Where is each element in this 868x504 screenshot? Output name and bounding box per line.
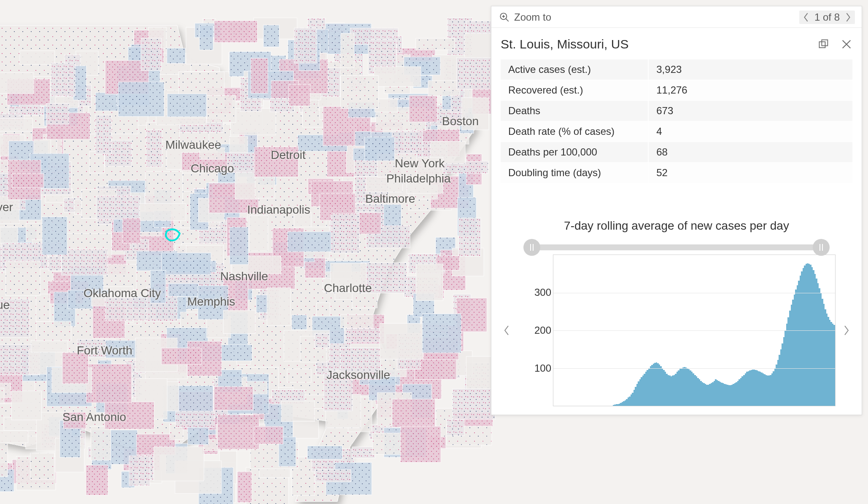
- pager-prev[interactable]: [803, 12, 809, 22]
- popup-title-row: St. Louis, Missouri, US: [491, 28, 862, 59]
- chart-prev[interactable]: [501, 324, 512, 336]
- stats-value: 11,276: [648, 80, 852, 101]
- popup-header: Zoom to 1 of 8: [491, 6, 862, 28]
- stats-label: Deaths: [501, 101, 648, 121]
- svg-rect-37: [89, 152, 105, 173]
- svg-rect-468: [0, 388, 4, 404]
- svg-rect-501: [365, 137, 395, 161]
- svg-rect-516: [819, 42, 825, 48]
- svg-rect-450: [374, 67, 421, 86]
- feature-pager: 1 of 8: [799, 11, 855, 24]
- stats-label: Doubling time (days): [501, 163, 648, 183]
- svg-rect-348: [352, 447, 375, 458]
- svg-rect-462: [428, 80, 460, 96]
- svg-rect-400: [453, 389, 495, 419]
- feature-popup: Zoom to 1 of 8 St. Louis, Missouri, US A…: [491, 6, 862, 415]
- svg-rect-504: [175, 411, 214, 427]
- dock-icon[interactable]: [818, 38, 830, 50]
- svg-rect-429: [341, 348, 381, 380]
- svg-rect-220: [341, 33, 354, 68]
- svg-rect-321: [91, 426, 111, 460]
- svg-rect-499: [359, 213, 381, 234]
- stats-row: Doubling time (days)52: [501, 163, 852, 183]
- svg-rect-398: [140, 204, 186, 221]
- stats-value: 3,923: [648, 59, 852, 80]
- svg-rect-479: [150, 270, 166, 303]
- stats-table: Active cases (est.)3,923Recovered (est.)…: [501, 59, 852, 183]
- svg-rect-324: [0, 299, 30, 338]
- svg-rect-466: [380, 323, 423, 359]
- svg-rect-359: [466, 21, 495, 34]
- svg-rect-490: [51, 63, 75, 96]
- zoom-to-button[interactable]: Zoom to: [499, 11, 551, 23]
- svg-rect-488: [105, 298, 147, 321]
- svg-rect-314: [0, 438, 8, 477]
- svg-rect-399: [122, 218, 140, 244]
- stats-row: Deaths per 100,00068: [501, 142, 852, 163]
- svg-rect-495: [167, 48, 186, 63]
- svg-rect-386: [249, 216, 268, 251]
- chart-box: 100200300: [518, 255, 836, 406]
- svg-rect-451: [409, 95, 437, 122]
- chart-area: 7-day rolling average of new cases per d…: [491, 183, 862, 415]
- svg-rect-480: [36, 322, 71, 341]
- svg-rect-424: [105, 402, 154, 429]
- svg-rect-500: [129, 456, 150, 485]
- svg-rect-494: [341, 75, 379, 108]
- svg-rect-491: [237, 472, 252, 502]
- stats-label: Active cases (est.): [501, 59, 648, 80]
- zoom-in-icon: [499, 12, 510, 23]
- svg-rect-508: [11, 391, 41, 420]
- svg-rect-484: [199, 147, 225, 159]
- svg-rect-332: [36, 294, 50, 322]
- close-icon[interactable]: [841, 38, 852, 50]
- chart-title: 7-day rolling average of new cases per d…: [501, 219, 852, 233]
- stats-value: 52: [648, 163, 852, 183]
- svg-rect-195: [229, 137, 248, 155]
- svg-rect-123: [292, 315, 307, 330]
- svg-rect-72: [146, 130, 162, 167]
- slider-handle-start[interactable]: [523, 239, 540, 256]
- svg-rect-469: [12, 174, 44, 188]
- svg-rect-354: [207, 95, 236, 122]
- y-tick-label: 300: [522, 287, 551, 298]
- pager-next[interactable]: [845, 12, 852, 22]
- svg-rect-505: [340, 314, 373, 328]
- svg-rect-208: [86, 465, 108, 495]
- svg-rect-448: [214, 386, 253, 410]
- svg-rect-376: [96, 196, 140, 219]
- time-slider[interactable]: [523, 244, 830, 251]
- chart-next[interactable]: [841, 324, 852, 336]
- svg-rect-461: [251, 58, 268, 93]
- chart-plot: [553, 255, 836, 406]
- svg-rect-361: [118, 82, 164, 117]
- stats-row: Recovered (est.)11,276: [501, 80, 852, 101]
- svg-rect-470: [294, 28, 317, 63]
- svg-rect-435: [168, 284, 198, 297]
- svg-rect-419: [42, 217, 67, 255]
- svg-rect-302: [218, 415, 259, 449]
- stats-label: Death rate (% of cases): [501, 121, 648, 142]
- zoom-to-label: Zoom to: [514, 11, 551, 23]
- stats-label: Deaths per 100,000: [501, 142, 648, 163]
- svg-line-513: [506, 19, 509, 21]
- popup-title: St. Louis, Missouri, US: [501, 37, 628, 51]
- stats-row: Death rate (% of cases)4: [501, 121, 852, 142]
- svg-rect-338: [199, 25, 213, 50]
- svg-rect-426: [31, 340, 68, 352]
- svg-rect-382: [62, 249, 108, 275]
- svg-rect-305: [0, 196, 19, 224]
- stats-row: Deaths673: [501, 101, 852, 121]
- svg-rect-436: [30, 453, 54, 479]
- svg-rect-472: [459, 218, 481, 256]
- svg-rect-498: [315, 333, 329, 348]
- svg-rect-475: [5, 261, 40, 296]
- svg-rect-452: [331, 263, 367, 289]
- svg-rect-453: [287, 369, 311, 383]
- slider-handle-end[interactable]: [813, 239, 830, 256]
- svg-rect-510: [254, 147, 299, 177]
- stats-value: 4: [648, 121, 852, 142]
- svg-rect-482: [86, 364, 132, 403]
- pager-text: 1 of 8: [814, 11, 840, 23]
- svg-rect-485: [400, 426, 441, 462]
